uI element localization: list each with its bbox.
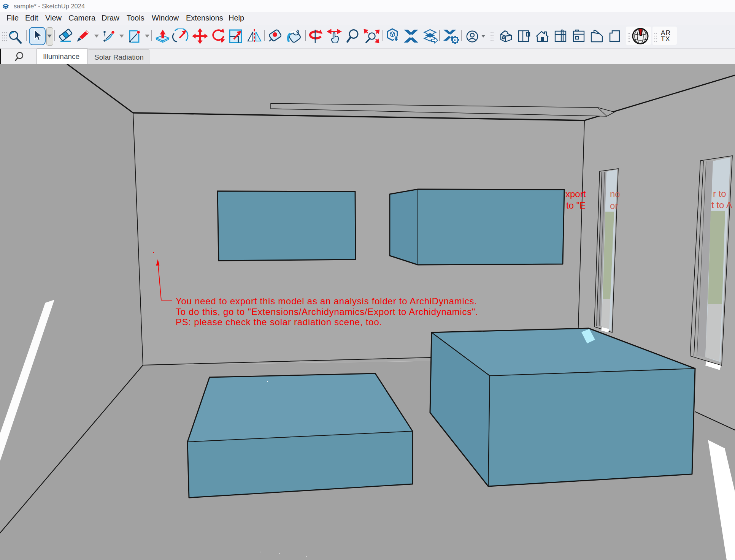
svg-text:or: or (610, 201, 618, 211)
svg-text:r to: r to (713, 188, 726, 199)
svg-text:no: no (610, 189, 620, 199)
svg-text:PS: please check the solar rad: PS: please check the solar radiation sce… (176, 317, 382, 327)
svg-text:t to A: t to A (711, 200, 732, 210)
svg-text:xport: xport (565, 189, 586, 199)
svg-text:to "E: to "E (566, 200, 586, 210)
svg-text:To do this, go to "Extensions/: To do this, go to "Extensions/Archidynam… (176, 307, 478, 317)
svg-text:You need to export this model: You need to export this model as an anal… (176, 296, 477, 306)
